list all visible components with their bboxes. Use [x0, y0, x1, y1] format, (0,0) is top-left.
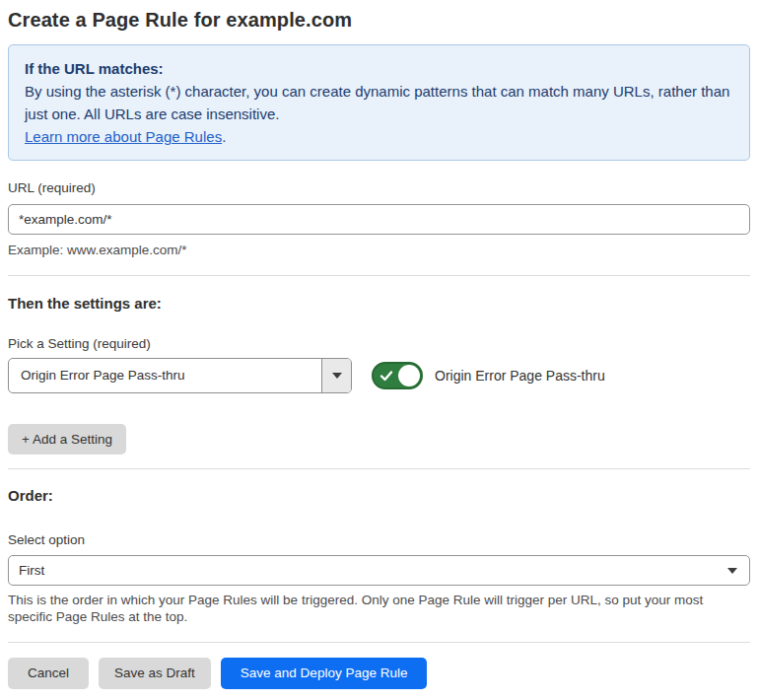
chevron-down-icon — [727, 568, 737, 574]
url-input[interactable] — [8, 204, 750, 235]
url-example-text: Example: www.example.com/* — [8, 242, 750, 259]
page-title: Create a Page Rule for example.com — [8, 7, 750, 34]
learn-more-link[interactable]: Learn more about Page Rules — [25, 128, 222, 145]
setting-dropdown-value: Origin Error Page Pass-thru — [9, 359, 321, 392]
order-section-heading: Order: — [8, 487, 750, 504]
divider — [8, 642, 750, 643]
divider — [8, 275, 750, 276]
save-draft-button[interactable]: Save as Draft — [99, 658, 211, 689]
add-setting-button[interactable]: + Add a Setting — [8, 424, 126, 455]
check-icon — [380, 369, 393, 383]
save-deploy-button[interactable]: Save and Deploy Page Rule — [221, 658, 428, 689]
chevron-down-icon — [332, 373, 342, 379]
origin-error-toggle[interactable] — [372, 362, 423, 389]
order-help-text: This is the order in which your Page Rul… — [8, 592, 737, 626]
link-suffix: . — [222, 128, 226, 145]
setting-dropdown[interactable]: Origin Error Page Pass-thru — [8, 358, 352, 393]
divider — [8, 468, 750, 469]
settings-section-heading: Then the settings are: — [8, 295, 750, 312]
info-box-body: By using the asterisk (*) character, you… — [25, 80, 733, 125]
footer-actions: Cancel Save as Draft Save and Deploy Pag… — [8, 658, 750, 689]
toggle-label: Origin Error Page Pass-thru — [435, 368, 605, 384]
cancel-button[interactable]: Cancel — [8, 658, 89, 689]
setting-row: Origin Error Page Pass-thru Origin Error… — [8, 358, 750, 393]
order-select[interactable]: First — [8, 555, 750, 586]
info-box-link-line: Learn more about Page Rules. — [25, 125, 733, 148]
url-match-info-box: If the URL matches: By using the asteris… — [8, 44, 750, 161]
info-box-heading: If the URL matches: — [25, 57, 733, 80]
toggle-knob — [398, 365, 420, 386]
setting-dropdown-arrow-box[interactable] — [321, 359, 351, 392]
url-field-label: URL (required) — [8, 180, 750, 196]
pick-setting-label: Pick a Setting (required) — [8, 336, 750, 352]
select-option-label: Select option — [8, 532, 750, 548]
order-select-value: First — [19, 563, 44, 578]
